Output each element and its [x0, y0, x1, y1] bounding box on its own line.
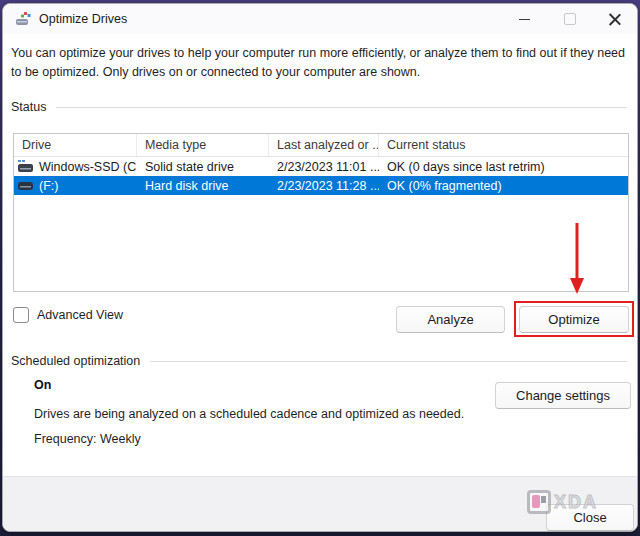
- analyze-button[interactable]: Analyze: [396, 306, 505, 333]
- close-button[interactable]: Close: [546, 504, 634, 531]
- advanced-view-checkbox[interactable]: [13, 307, 29, 323]
- status-label: Status: [11, 100, 46, 114]
- scheduled-description: Drives are being analyzed on a scheduled…: [34, 407, 464, 421]
- drive-current-status: OK (0 days since last retrim): [379, 160, 628, 174]
- minimize-icon: [519, 19, 530, 20]
- status-divider: [56, 107, 627, 108]
- drive-media-type: Hard disk drive: [137, 179, 269, 193]
- title-bar: Optimize Drives: [3, 4, 637, 34]
- close-window-button[interactable]: [592, 4, 637, 34]
- column-header-media-type[interactable]: Media type: [137, 134, 269, 156]
- window-title: Optimize Drives: [39, 12, 127, 26]
- status-section-header: Status: [11, 100, 627, 114]
- drive-name: Windows-SSD (C:): [39, 160, 137, 174]
- optimize-button[interactable]: Optimize: [519, 306, 629, 333]
- maximize-icon: [564, 13, 576, 25]
- table-row-windows-ssd[interactable]: Windows-SSD (C:) Solid state drive 2/23/…: [14, 157, 628, 176]
- column-header-last-analyzed[interactable]: Last analyzed or ...: [269, 134, 379, 156]
- table-row-f-drive-selected[interactable]: (F:) Hard disk drive 2/23/2023 11:28 ...…: [14, 176, 628, 195]
- scheduled-section-header: Scheduled optimization: [11, 354, 627, 368]
- minimize-button[interactable]: [502, 4, 547, 34]
- drive-list[interactable]: Drive Media type Last analyzed or ... Cu…: [13, 133, 629, 292]
- advanced-view-row: Advanced View: [13, 307, 123, 323]
- scheduled-state: On: [34, 378, 51, 392]
- maximize-button: [547, 4, 592, 34]
- change-settings-button[interactable]: Change settings: [495, 382, 631, 409]
- drive-name: (F:): [39, 179, 58, 193]
- column-header-current-status[interactable]: Current status: [379, 138, 628, 152]
- drive-last-analyzed: 2/23/2023 11:28 ...: [269, 179, 379, 193]
- close-icon: [609, 13, 621, 25]
- drive-list-header: Drive Media type Last analyzed or ... Cu…: [14, 134, 628, 157]
- column-header-drive[interactable]: Drive: [14, 134, 137, 156]
- dialog-description: You can optimize your drives to help you…: [11, 44, 629, 82]
- scheduled-divider: [150, 361, 627, 362]
- scheduled-optimization-label: Scheduled optimization: [11, 354, 140, 368]
- advanced-view-label: Advanced View: [37, 308, 123, 322]
- dialog-footer: [3, 476, 637, 531]
- drive-media-type: Solid state drive: [137, 160, 269, 174]
- hdd-drive-icon: [18, 179, 34, 192]
- optimize-drives-dialog: Optimize Drives You can optimize your dr…: [2, 3, 638, 532]
- ssd-drive-icon: [18, 160, 34, 173]
- scheduled-frequency: Frequency: Weekly: [34, 432, 141, 446]
- drive-last-analyzed: 2/23/2023 11:01 ...: [269, 160, 379, 174]
- drive-current-status: OK (0% fragmented): [379, 179, 628, 193]
- defrag-app-icon: [15, 11, 31, 27]
